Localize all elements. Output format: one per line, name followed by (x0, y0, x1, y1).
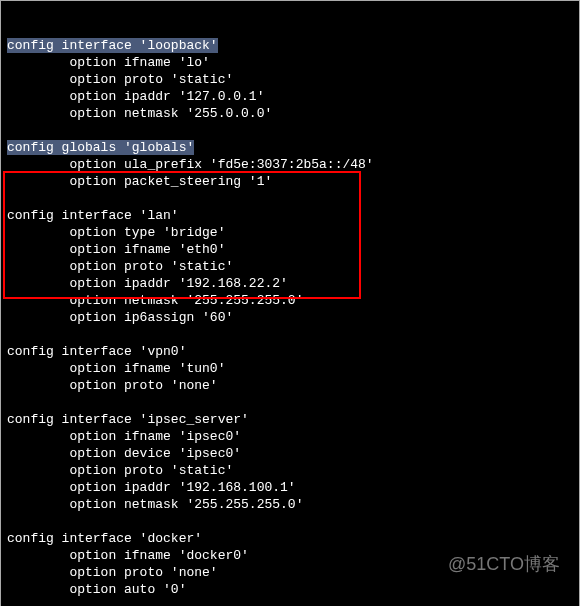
config-file-content: config interface 'loopback' option ifnam… (7, 37, 579, 606)
terminal-output[interactable]: config interface 'loopback' option ifnam… (0, 0, 580, 606)
